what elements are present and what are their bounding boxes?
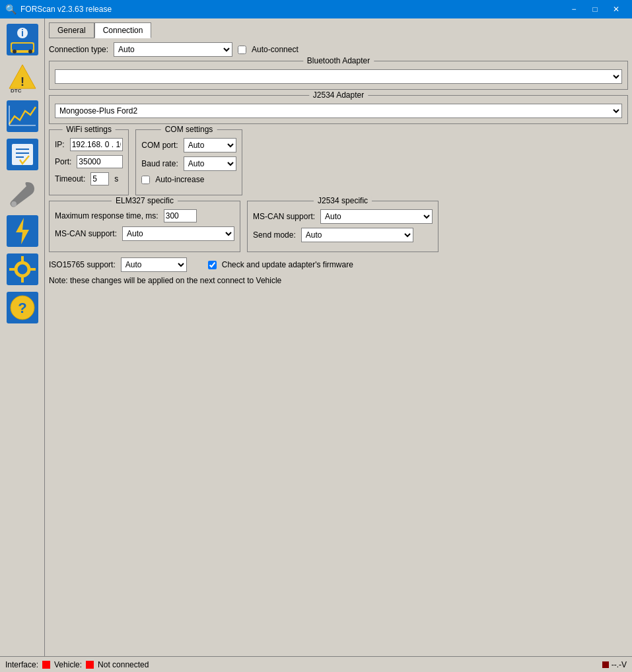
- baud-rate-row: Baud rate: Auto 9600 19200 115200: [141, 156, 236, 171]
- com-port-row: COM port: Auto COM1 COM2 COM3: [141, 138, 236, 152]
- j2534-adapter-title: J2534 Adapter: [309, 90, 368, 100]
- tab-bar: General Connection: [49, 22, 628, 38]
- svg-text:!: !: [20, 75, 24, 88]
- elm327-group: ELM327 specific Maximum response time, m…: [49, 201, 240, 252]
- j2534-ms-label: MS-CAN support:: [253, 212, 315, 221]
- wrench-icon: [7, 177, 38, 209]
- timeout-unit: s: [114, 174, 118, 184]
- send-mode-select[interactable]: Auto Normal Fast: [301, 228, 413, 242]
- sidebar-item-wrench[interactable]: [4, 174, 41, 211]
- connection-type-label: Connection type:: [49, 45, 108, 54]
- main-content: General Connection Connection type: Auto…: [45, 18, 632, 656]
- bluetooth-adapter-select[interactable]: [55, 69, 622, 84]
- info-car-icon: i: [7, 24, 38, 55]
- svg-point-24: [20, 267, 25, 272]
- wifi-com-columns: WiFi settings IP: Port: Timeout: s: [49, 129, 628, 195]
- bluetooth-adapter-title: Bluetooth Adapter: [303, 56, 374, 65]
- sidebar-item-modules[interactable]: [4, 213, 41, 250]
- interface-indicator: [42, 661, 50, 669]
- status-right: --.-V: [602, 660, 627, 669]
- auto-connect-label: Auto-connect: [252, 45, 298, 54]
- port-label: Port:: [55, 157, 71, 166]
- vehicle-label: Vehicle:: [54, 660, 82, 669]
- timeout-label: Timeout:: [55, 174, 85, 184]
- maximize-button[interactable]: □: [584, 3, 606, 16]
- gear-icon: [7, 253, 38, 285]
- content-area: Connection type: Auto WiFi Bluetooth COM…: [49, 42, 628, 285]
- connection-type-row: Connection type: Auto WiFi Bluetooth COM…: [49, 42, 628, 57]
- j2534-specific-group: J2534 specific MS-CAN support: Auto Enab…: [247, 201, 439, 252]
- iso-firmware-row: ISO15765 support: Auto Enable Disable Ch…: [49, 257, 628, 272]
- close-button[interactable]: ✕: [606, 3, 627, 16]
- lightning-icon: [7, 215, 38, 247]
- bluetooth-adapter-group: Bluetooth Adapter: [49, 61, 628, 90]
- auto-increase-checkbox[interactable]: [141, 176, 150, 184]
- tab-general[interactable]: General: [49, 22, 94, 38]
- app-body: i ! DTC: [0, 18, 632, 656]
- status-text: Not connected: [98, 660, 149, 669]
- voltage-text: --.-V: [612, 660, 627, 669]
- auto-connect-checkbox[interactable]: [238, 46, 246, 54]
- svg-text:i: i: [21, 28, 24, 38]
- j2534-specific-title: J2534 specific: [314, 196, 372, 205]
- timeout-row: Timeout: s: [55, 172, 123, 185]
- timeout-input[interactable]: [90, 172, 109, 185]
- status-bar: Interface: Vehicle: Not connected --.-V: [0, 656, 632, 672]
- com-port-select[interactable]: Auto COM1 COM2 COM3: [184, 138, 236, 152]
- auto-increase-row: Auto-increase: [141, 175, 236, 184]
- svg-point-6: [28, 50, 32, 53]
- graph-icon: [7, 100, 38, 132]
- sidebar-item-help[interactable]: ?: [4, 289, 41, 326]
- app-icon: 🔍: [5, 4, 17, 15]
- port-row: Port:: [55, 155, 123, 168]
- max-resp-label: Maximum response time, ms:: [55, 211, 158, 220]
- firmware-check-checkbox[interactable]: [208, 261, 217, 269]
- max-resp-input[interactable]: [164, 209, 197, 222]
- checklist-icon: [7, 139, 38, 170]
- connection-type-select[interactable]: Auto WiFi Bluetooth COM J2534: [114, 42, 232, 57]
- baud-rate-label: Baud rate:: [141, 159, 178, 168]
- elm-j2534-columns: ELM327 specific Maximum response time, m…: [49, 201, 628, 252]
- max-resp-row: Maximum response time, ms:: [55, 209, 234, 222]
- sidebar-item-gear[interactable]: [4, 251, 41, 288]
- j2534-ms-select[interactable]: Auto Enable Disable: [320, 209, 433, 224]
- svg-point-5: [13, 50, 17, 53]
- baud-rate-select[interactable]: Auto 9600 19200 115200: [184, 156, 236, 171]
- interface-label: Interface:: [5, 660, 38, 669]
- svg-text:DTC: DTC: [11, 88, 22, 94]
- iso-select[interactable]: Auto Enable Disable: [121, 257, 187, 272]
- svg-point-19: [11, 201, 17, 207]
- sidebar-item-graph[interactable]: [4, 98, 41, 135]
- svg-rect-4: [12, 44, 33, 50]
- tab-connection[interactable]: Connection: [94, 22, 152, 38]
- ip-input[interactable]: [70, 138, 123, 151]
- svg-rect-28: [30, 268, 36, 271]
- j2534-adapter-select[interactable]: Mongoose-Plus Ford2: [55, 104, 622, 118]
- elm-ms-label: MS-CAN support:: [55, 229, 117, 238]
- note-text: Note: these changes will be applied on t…: [49, 276, 628, 285]
- svg-rect-25: [21, 256, 24, 261]
- elm327-title: ELM327 specific: [112, 196, 178, 205]
- dtc-icon: ! DTC: [7, 62, 38, 94]
- com-settings-title: COM settings: [161, 125, 217, 134]
- com-port-label: COM port:: [141, 141, 178, 150]
- firmware-check-label: Check and update adapter's firmware: [222, 260, 353, 269]
- window-controls: − □ ✕: [563, 3, 627, 16]
- svg-rect-14: [12, 144, 33, 165]
- title-bar: 🔍 FORScan v2.3.63 release − □ ✕: [0, 0, 632, 18]
- minimize-button[interactable]: −: [563, 3, 584, 16]
- sidebar: i ! DTC: [0, 18, 45, 656]
- voltage-indicator: [602, 661, 609, 668]
- question-icon: ?: [7, 292, 38, 323]
- auto-increase-label: Auto-increase: [155, 175, 204, 184]
- elm-ms-select[interactable]: Auto Enable Disable: [122, 226, 234, 241]
- elm-ms-row: MS-CAN support: Auto Enable Disable: [55, 226, 234, 241]
- sidebar-item-checklist[interactable]: [4, 136, 41, 173]
- j2534-ms-row: MS-CAN support: Auto Enable Disable: [253, 209, 433, 224]
- port-input[interactable]: [77, 155, 123, 168]
- ip-label: IP:: [55, 140, 65, 149]
- sidebar-item-info[interactable]: i: [4, 21, 41, 58]
- sidebar-item-dtc[interactable]: ! DTC: [4, 59, 41, 96]
- com-settings-group: COM settings COM port: Auto COM1 COM2 CO…: [135, 129, 242, 195]
- ip-row: IP:: [55, 138, 123, 151]
